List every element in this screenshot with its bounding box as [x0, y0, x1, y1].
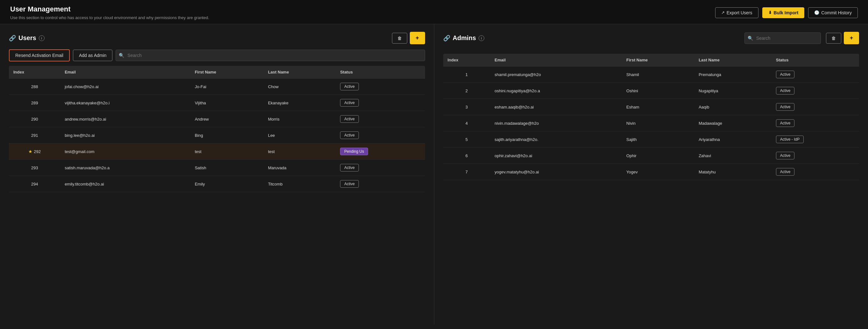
admin-firstname: Nivin: [622, 115, 694, 131]
users-table-body: 288 jofai.chow@h2o.ai Jo-Fai Chow Active…: [9, 78, 425, 192]
admins-info-icon[interactable]: i: [478, 35, 484, 41]
page-header: User Management Use this section to cont…: [0, 0, 868, 24]
table-row[interactable]: 5 sajith.ariyarathna@h2o. Sajith Ariyara…: [443, 131, 859, 147]
user-firstname: Vijitha: [190, 95, 264, 111]
users-add-button[interactable]: +: [410, 32, 425, 44]
user-index: 288: [9, 78, 60, 95]
admin-col-email: Email: [490, 54, 622, 66]
table-row[interactable]: 4 nivin.madawalage@h2o Nivin Madawalage …: [443, 115, 859, 131]
user-status: Active: [336, 176, 425, 192]
page-title: User Management: [10, 5, 209, 13]
export-users-button[interactable]: ↗ Export Users: [715, 7, 758, 18]
col-index: Index: [9, 66, 60, 78]
status-badge: Active - IdP: [776, 136, 804, 143]
users-panel: 🔗 Users i 🗑 + Resend Activation Email Ad…: [0, 24, 434, 325]
admin-col-index: Index: [443, 54, 490, 66]
admin-status: Active: [772, 115, 859, 131]
admins-delete-button[interactable]: 🗑: [826, 33, 841, 43]
link-icon: 🔗: [9, 35, 16, 42]
bulk-import-button[interactable]: ⬇ Bulk Import: [762, 7, 805, 18]
users-table: Index Email First Name Last Name Status …: [9, 66, 425, 192]
col-email: Email: [60, 66, 190, 78]
users-delete-button[interactable]: 🗑: [392, 33, 407, 43]
status-badge: Pending Us: [340, 147, 368, 155]
resend-activation-button[interactable]: Resend Activation Email: [9, 49, 70, 61]
admin-index: 3: [443, 99, 490, 115]
admin-email: esham.aaqib@h2o.ai: [490, 99, 622, 115]
admin-firstname: Esham: [622, 99, 694, 115]
user-status: Active: [336, 111, 425, 127]
admins-table-wrapper: Index Email First Name Last Name Status …: [443, 54, 859, 317]
admins-panel-actions: 🔍 🗑 +: [744, 32, 859, 44]
status-badge: Active: [776, 103, 795, 111]
admins-search-input[interactable]: [744, 32, 821, 44]
status-badge: Active: [340, 83, 359, 90]
status-badge: Active: [340, 99, 359, 107]
admin-email: sajith.ariyarathna@h2o.: [490, 131, 622, 147]
users-search-container: 🔍: [116, 50, 425, 61]
user-lastname: Chow: [264, 78, 336, 95]
main-content: 🔗 Users i 🗑 + Resend Activation Email Ad…: [0, 24, 868, 325]
admin-lastname: Ariyarathna: [694, 131, 772, 147]
table-row[interactable]: 291 bing.lee@h2o.ai Bing Lee Active: [9, 127, 425, 143]
status-badge: Active: [776, 152, 795, 159]
admin-lastname: Prematunga: [694, 66, 772, 83]
users-panel-header: 🔗 Users i 🗑 +: [9, 32, 425, 44]
admin-status: Active: [772, 147, 859, 164]
table-row[interactable]: 3 esham.aaqib@h2o.ai Esham Aaqib Active: [443, 99, 859, 115]
page-description: Use this section to control who has acce…: [10, 15, 209, 20]
user-lastname: Ekanayake: [264, 95, 336, 111]
table-row[interactable]: 1 shamil.prematunga@h2o Shamil Prematung…: [443, 66, 859, 83]
table-row[interactable]: 2 oshini.nugapitiya@h2o.a Oshini Nugapit…: [443, 83, 859, 99]
col-lastname: Last Name: [264, 66, 336, 78]
user-status: Pending Us: [336, 143, 425, 160]
table-row[interactable]: ★292 test@gmail.com test test Pending Us: [9, 143, 425, 160]
admin-firstname: Sajith: [622, 131, 694, 147]
admin-lastname: Aaqib: [694, 99, 772, 115]
user-email: andrew.morris@h2o.ai: [60, 111, 190, 127]
table-row[interactable]: 290 andrew.morris@h2o.ai Andrew Morris A…: [9, 111, 425, 127]
users-panel-actions: 🗑 +: [392, 32, 425, 44]
user-firstname: Emily: [190, 176, 264, 192]
user-firstname: test: [190, 143, 264, 160]
user-firstname: Jo-Fai: [190, 78, 264, 95]
table-row[interactable]: 289 vijitha.ekanayake@h2o.i Vijitha Ekan…: [9, 95, 425, 111]
user-firstname: Satish: [190, 160, 264, 176]
admin-email: oshini.nugapitiya@h2o.a: [490, 83, 622, 99]
table-row[interactable]: 294 emily.titcomb@h2o.ai Emily Titcomb A…: [9, 176, 425, 192]
add-as-admin-button[interactable]: Add as Admin: [73, 50, 113, 61]
admins-add-button[interactable]: +: [844, 32, 859, 44]
admin-lastname: Madawalage: [694, 115, 772, 131]
admin-firstname: Ophir: [622, 147, 694, 164]
users-search-icon: 🔍: [119, 53, 124, 58]
admin-index: 7: [443, 164, 490, 180]
table-row[interactable]: 288 jofai.chow@h2o.ai Jo-Fai Chow Active: [9, 78, 425, 95]
admin-index: 2: [443, 83, 490, 99]
status-badge: Active: [776, 71, 795, 78]
table-row[interactable]: 7 yogev.matatyhu@h2o.ai Yogev Matatyhu A…: [443, 164, 859, 180]
admin-col-lastname: Last Name: [694, 54, 772, 66]
star-icon: ★: [28, 149, 32, 154]
table-row[interactable]: 6 ophir.zahavi@h2o.ai Ophir Zahavi Activ…: [443, 147, 859, 164]
admins-link-icon: 🔗: [443, 35, 450, 42]
admin-status: Active: [772, 164, 859, 180]
user-status: Active: [336, 95, 425, 111]
users-info-icon[interactable]: i: [39, 35, 44, 41]
admin-status: Active - IdP: [772, 131, 859, 147]
col-status: Status: [336, 66, 425, 78]
users-search-input[interactable]: [116, 50, 425, 61]
admin-col-status: Status: [772, 54, 859, 66]
user-lastname: test: [264, 143, 336, 160]
user-index: 291: [9, 127, 60, 143]
admins-panel: 🔗 Admins i 🔍 🗑 +: [434, 24, 868, 325]
status-badge: Active: [340, 115, 359, 123]
admins-search-icon: 🔍: [748, 36, 753, 41]
delete-icon: 🗑: [397, 36, 402, 41]
commit-history-button[interactable]: 🕐 Commit History: [808, 7, 858, 18]
header-actions: ↗ Export Users ⬇ Bulk Import 🕐 Commit Hi…: [715, 7, 858, 18]
status-badge: Active: [340, 180, 359, 188]
admin-col-firstname: First Name: [622, 54, 694, 66]
status-badge: Active: [776, 87, 795, 95]
user-lastname: Lee: [264, 127, 336, 143]
table-row[interactable]: 293 satish.maruvada@h2o.a Satish Maruvad…: [9, 160, 425, 176]
